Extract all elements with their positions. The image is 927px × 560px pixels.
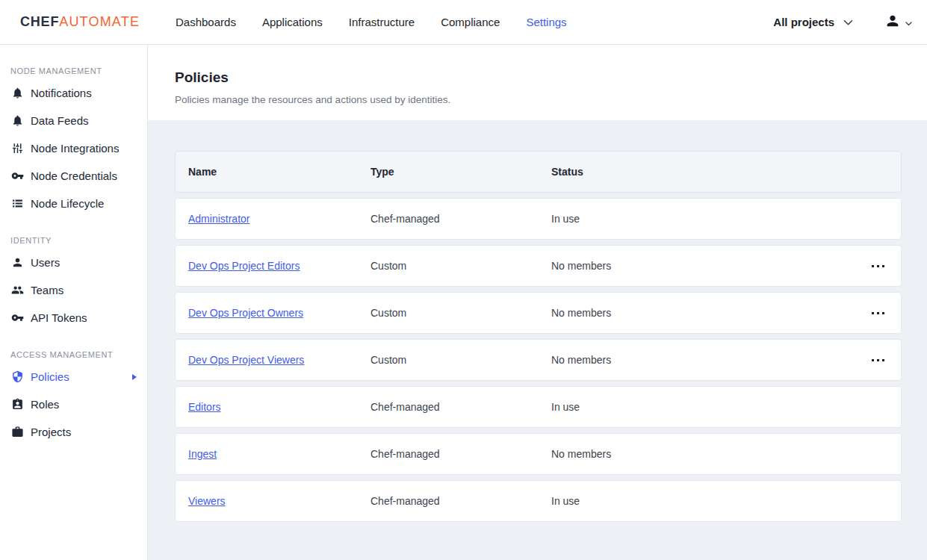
logo-chef-text: CHEF <box>20 14 59 30</box>
policy-type: Custom <box>371 260 551 272</box>
expand-arrow-icon[interactable] <box>132 374 137 380</box>
section-label: NODE MANAGEMENT <box>10 66 147 75</box>
column-header-type: Type <box>371 166 551 178</box>
policy-link[interactable]: Administrator <box>188 213 249 225</box>
sidebar-section-identity: IDENTITY Users Teams API Tokens <box>0 236 147 332</box>
sidebar-item-label: Policies <box>31 370 69 383</box>
policy-status: No members <box>551 260 855 272</box>
table-row: Dev Ops Project Viewers Custom No member… <box>175 339 902 381</box>
user-menu[interactable] <box>884 13 912 32</box>
table-row: Dev Ops Project Editors Custom No member… <box>175 245 902 287</box>
main-content: Policies Policies manage the resources a… <box>148 45 927 560</box>
settings-sidebar: NODE MANAGEMENT Notifications Data Feeds… <box>0 45 148 560</box>
policy-type: Custom <box>371 307 551 319</box>
sidebar-item-label: API Tokens <box>31 311 87 324</box>
page-subtitle: Policies manage the resources and action… <box>175 94 900 105</box>
policy-status: In use <box>551 401 855 413</box>
logo-automate-text: AUTOMATE <box>59 14 140 30</box>
bell-icon <box>10 114 24 128</box>
content-area: Name Type Status Administrator Chef-mana… <box>148 120 927 560</box>
group-icon <box>10 284 24 297</box>
key-icon <box>10 169 24 183</box>
sidebar-item-data-feeds[interactable]: Data Feeds <box>0 107 147 134</box>
navbar-right: All projects <box>773 13 912 32</box>
section-label: IDENTITY <box>10 236 147 245</box>
key-icon <box>10 311 24 325</box>
sidebar-item-users[interactable]: Users <box>0 249 147 276</box>
page-title: Policies <box>175 69 900 86</box>
sidebar-item-teams[interactable]: Teams <box>0 276 147 304</box>
nav-applications[interactable]: Applications <box>262 16 323 28</box>
policy-status: In use <box>551 495 855 507</box>
sidebar-item-label: Teams <box>31 284 63 296</box>
policy-status: No members <box>551 448 855 460</box>
row-menu-button[interactable] <box>867 259 889 273</box>
policy-link[interactable]: Viewers <box>188 495 226 507</box>
sidebar-item-label: Users <box>31 256 60 269</box>
sidebar-item-label: Node Integrations <box>31 142 119 155</box>
nav-compliance[interactable]: Compliance <box>441 16 500 28</box>
policy-type: Chef-managed <box>371 401 551 413</box>
row-menu-button[interactable] <box>867 353 889 367</box>
nav-infrastructure[interactable]: Infrastructure <box>349 16 415 28</box>
sidebar-section-access-management: ACCESS MANAGEMENT Policies Roles Project… <box>0 350 147 446</box>
badge-icon <box>10 398 24 411</box>
column-header-status: Status <box>551 166 855 178</box>
policy-type: Custom <box>371 354 551 366</box>
sidebar-item-label: Roles <box>31 398 59 411</box>
sidebar-item-label: Node Credentials <box>31 169 117 182</box>
sidebar-item-node-integrations[interactable]: Node Integrations <box>0 134 147 162</box>
projects-filter-label: All projects <box>773 16 834 28</box>
policy-type: Chef-managed <box>371 213 551 225</box>
policy-link[interactable]: Dev Ops Project Editors <box>188 260 300 272</box>
policy-type: Chef-managed <box>371 495 551 507</box>
policy-link[interactable]: Dev Ops Project Owners <box>188 307 303 319</box>
shield-icon <box>10 370 24 384</box>
table-row: Administrator Chef-managed In use <box>175 198 902 240</box>
sidebar-item-projects[interactable]: Projects <box>0 418 147 446</box>
section-label: ACCESS MANAGEMENT <box>10 350 147 359</box>
briefcase-icon <box>10 426 24 439</box>
person-icon <box>10 256 24 270</box>
policies-table: Name Type Status Administrator Chef-mana… <box>175 151 902 522</box>
nav-settings[interactable]: Settings <box>526 16 566 28</box>
sidebar-section-node-management: NODE MANAGEMENT Notifications Data Feeds… <box>0 66 147 217</box>
page-header: Policies Policies manage the resources a… <box>148 45 927 120</box>
policy-status: In use <box>551 213 855 225</box>
sidebar-item-label: Projects <box>31 426 71 438</box>
policy-link[interactable]: Ingest <box>188 448 217 460</box>
sidebar-item-roles[interactable]: Roles <box>0 391 147 418</box>
sidebar-item-policies[interactable]: Policies <box>0 363 147 391</box>
chevron-down-icon <box>905 16 912 29</box>
column-header-name: Name <box>188 166 371 178</box>
sliders-icon <box>10 142 24 155</box>
sidebar-item-notifications[interactable]: Notifications <box>0 79 147 107</box>
user-avatar-icon <box>884 13 901 32</box>
row-menu-button[interactable] <box>867 306 889 320</box>
sidebar-item-api-tokens[interactable]: API Tokens <box>0 304 147 332</box>
table-header-row: Name Type Status <box>175 151 902 193</box>
sidebar-item-node-lifecycle[interactable]: Node Lifecycle <box>0 190 147 217</box>
nav-dashboards[interactable]: Dashboards <box>176 16 236 28</box>
policy-link[interactable]: Dev Ops Project Viewers <box>188 354 304 366</box>
sidebar-item-node-credentials[interactable]: Node Credentials <box>0 162 147 190</box>
list-icon <box>10 197 24 211</box>
table-row: Editors Chef-managed In use <box>175 386 902 428</box>
top-navbar: CHEFAUTOMATE Dashboards Applications Inf… <box>0 0 927 45</box>
projects-filter-dropdown[interactable]: All projects <box>773 16 853 29</box>
table-row: Ingest Chef-managed No members <box>175 433 902 475</box>
policy-status: No members <box>551 354 855 366</box>
policy-status: No members <box>551 307 855 319</box>
table-row: Viewers Chef-managed In use <box>175 480 902 522</box>
sidebar-item-label: Notifications <box>31 87 92 99</box>
sidebar-item-label: Node Lifecycle <box>31 197 104 210</box>
policy-type: Chef-managed <box>371 448 551 460</box>
table-row: Dev Ops Project Owners Custom No members <box>175 292 902 334</box>
sidebar-item-label: Data Feeds <box>31 114 89 127</box>
primary-nav: Dashboards Applications Infrastructure C… <box>176 16 567 28</box>
chef-automate-logo[interactable]: CHEFAUTOMATE <box>20 14 176 30</box>
chevron-down-icon <box>843 16 853 29</box>
bell-icon <box>10 87 24 100</box>
policy-link[interactable]: Editors <box>188 401 221 413</box>
